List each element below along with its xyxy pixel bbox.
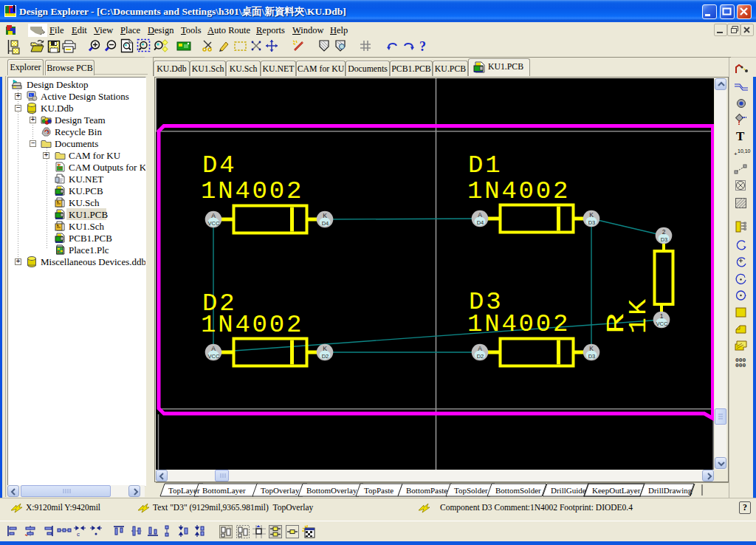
svg-text:K: K — [589, 345, 594, 352]
svg-text:K: K — [323, 212, 327, 219]
svg-text:TopLayer: TopLayer — [168, 486, 200, 495]
svg-text:KeepOutLayer: KeepOutLayer — [592, 486, 641, 495]
svg-text:D3: D3 — [661, 236, 668, 243]
svg-text:T: T — [736, 129, 745, 143]
svg-text:DrillDrawing: DrillDrawing — [648, 486, 693, 495]
svg-text:c: c — [77, 531, 80, 538]
svg-text:BottomOverlay: BottomOverlay — [306, 486, 357, 495]
svg-text:D2: D2 — [322, 353, 329, 360]
svg-text:K: K — [589, 211, 594, 219]
svg-text:D3: D3 — [588, 353, 596, 360]
svg-text:K: K — [323, 345, 327, 352]
svg-text:2: 2 — [662, 228, 666, 236]
svg-text:A: A — [478, 345, 482, 352]
svg-text:BottomLayer: BottomLayer — [202, 486, 246, 495]
svg-text:TopOverlay: TopOverlay — [261, 486, 300, 495]
svg-text:?: ? — [419, 39, 426, 54]
svg-text:BottomSolder: BottomSolder — [495, 486, 541, 495]
svg-text:A: A — [211, 345, 216, 352]
svg-text:1N4002: 1N4002 — [201, 177, 303, 205]
svg-text:D1: D1 — [468, 151, 502, 179]
svg-text:10,10: 10,10 — [738, 148, 751, 154]
svg-text:1N4002: 1N4002 — [201, 311, 303, 339]
svg-text:1N4002: 1N4002 — [467, 310, 570, 338]
svg-text:D4: D4 — [322, 220, 329, 227]
svg-text:TopPaste: TopPaste — [364, 486, 394, 495]
svg-text:A: A — [478, 211, 482, 219]
svg-text:1K: 1K — [625, 297, 653, 334]
svg-text:TopSolder: TopSolder — [454, 486, 488, 495]
svg-text:DrillGuide: DrillGuide — [551, 486, 586, 495]
svg-text:BottomPaste: BottomPaste — [406, 486, 447, 495]
svg-text:VCC: VCC — [208, 353, 220, 360]
svg-text:D3: D3 — [588, 219, 596, 226]
svg-text:VCC: VCC — [208, 220, 220, 227]
svg-text:D4: D4 — [202, 151, 236, 179]
svg-text:D4: D4 — [477, 219, 484, 226]
svg-text:D2: D2 — [477, 353, 484, 360]
svg-text:VCC: VCC — [656, 321, 668, 327]
svg-text:1: 1 — [660, 312, 664, 320]
svg-text:A: A — [211, 212, 216, 219]
svg-text:000: 000 — [735, 362, 746, 369]
svg-text:1N4002: 1N4002 — [467, 177, 570, 205]
